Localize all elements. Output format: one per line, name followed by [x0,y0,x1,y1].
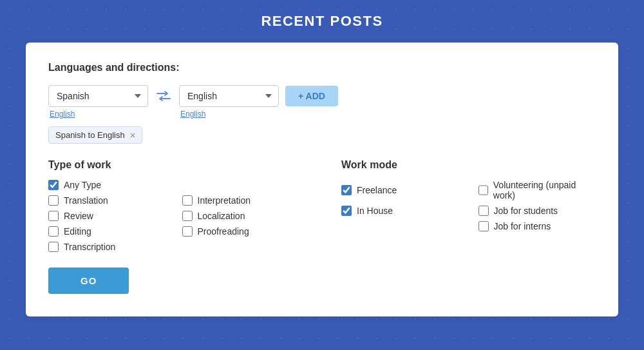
checkbox-translation: Translation [48,195,169,206]
filters-section: Type of work Any Type Translation Interp… [48,159,596,294]
checkbox-any-type-label: Any Type [64,180,101,190]
to-language-wrap: English Spanish French German English [179,85,279,119]
checkbox-editing-label: Editing [64,226,91,237]
checkbox-job-students-input[interactable] [478,206,489,216]
checkbox-interpretation-label: Interpretation [198,195,251,206]
to-language-hint[interactable]: English [180,110,279,119]
go-button[interactable]: GO [48,267,129,294]
type-of-work-grid: Any Type Translation Interpretation Revi… [48,180,303,252]
empty-cell [182,180,303,190]
language-row: Spanish English French German English En… [48,85,596,119]
from-language-hint[interactable]: English [50,110,148,119]
checkbox-freelance: Freelance [341,180,459,200]
checkbox-inhouse-input[interactable] [341,206,352,216]
page-header: RECENT POSTS [0,0,644,43]
checkbox-interpretation: Interpretation [182,195,303,206]
checkbox-review: Review [48,211,169,221]
checkbox-any-type: Any Type [48,180,169,190]
page-title: RECENT POSTS [13,13,631,30]
language-tag: Spanish to English × [48,126,142,144]
work-mode-title: Work mode [341,159,596,171]
checkbox-transcription-label: Transcription [64,242,115,252]
work-mode-grid: Freelance Volunteering (unpaid work) In … [341,180,596,231]
languages-section-title: Languages and directions: [48,62,596,73]
checkbox-volunteering-input[interactable] [478,185,488,195]
checkbox-job-students: Job for students [478,206,596,216]
checkbox-editing: Editing [48,226,169,237]
checkbox-localization: Localization [182,211,303,221]
checkbox-proofreading: Proofreading [182,226,303,237]
checkbox-volunteering: Volunteering (unpaid work) [478,180,596,200]
checkbox-transcription-input[interactable] [48,242,59,252]
checkbox-review-label: Review [64,211,93,221]
from-language-wrap: Spanish English French German English [48,85,148,119]
checkbox-job-interns: Job for interns [478,221,596,231]
language-tag-remove[interactable]: × [130,130,136,140]
checkbox-translation-label: Translation [64,195,108,206]
checkbox-review-input[interactable] [48,211,59,221]
checkbox-proofreading-input[interactable] [182,226,193,237]
work-mode-section: Work mode Freelance Volunteering (unpaid… [341,159,596,294]
type-of-work-section: Type of work Any Type Translation Interp… [48,159,303,294]
checkbox-freelance-input[interactable] [341,185,352,195]
checkbox-localization-input[interactable] [182,211,193,221]
checkbox-localization-label: Localization [198,211,245,221]
main-card: Languages and directions: Spanish Englis… [26,43,618,316]
to-language-select[interactable]: English Spanish French German [179,85,279,107]
checkbox-volunteering-label: Volunteering (unpaid work) [493,180,596,200]
checkbox-interpretation-input[interactable] [182,195,193,206]
empty-mode-cell [341,221,459,231]
checkbox-inhouse-label: In House [357,206,393,216]
checkbox-freelance-label: Freelance [357,185,397,195]
language-tag-label: Spanish to English [55,130,125,140]
checkbox-job-interns-input[interactable] [478,221,489,231]
checkbox-editing-input[interactable] [48,226,59,237]
checkbox-transcription: Transcription [48,242,169,252]
type-of-work-title: Type of work [48,159,303,171]
languages-section: Languages and directions: Spanish Englis… [48,62,596,144]
checkbox-proofreading-label: Proofreading [198,226,249,237]
checkbox-job-students-label: Job for students [494,206,558,216]
checkbox-job-interns-label: Job for interns [494,221,551,231]
checkbox-translation-input[interactable] [48,195,59,206]
swap-icon[interactable] [155,87,173,105]
checkbox-any-type-input[interactable] [48,180,59,190]
checkbox-inhouse: In House [341,206,459,216]
add-language-button[interactable]: + ADD [285,86,338,106]
from-language-select[interactable]: Spanish English French German [48,85,148,107]
